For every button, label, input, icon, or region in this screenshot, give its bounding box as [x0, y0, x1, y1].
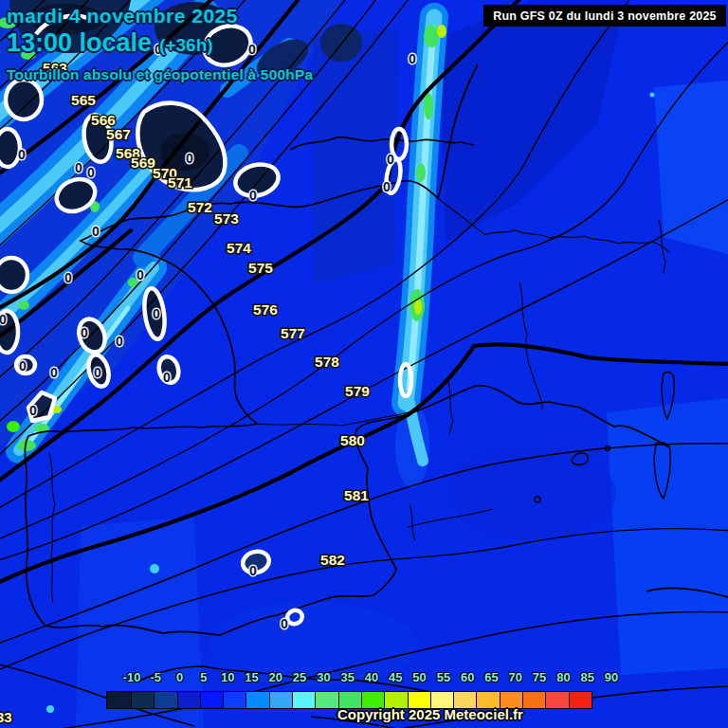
svg-text:0: 0	[383, 179, 391, 194]
scale-cell	[315, 691, 338, 709]
svg-text:0: 0	[81, 325, 88, 340]
svg-text:0: 0	[64, 270, 72, 285]
svg-text:0: 0	[18, 147, 26, 162]
scale-tick: 90	[605, 670, 618, 684]
svg-text:0: 0	[94, 365, 101, 380]
svg-text:571: 571	[168, 174, 192, 191]
scale-cell	[131, 691, 155, 709]
scale-cell	[522, 691, 546, 709]
svg-text:0: 0	[0, 312, 7, 327]
run-info-box: Run GFS 0Z du lundi 3 novembre 2025	[483, 5, 726, 27]
scale-cell	[223, 691, 246, 709]
svg-text:574: 574	[227, 240, 251, 256]
scale-cell	[200, 691, 224, 709]
scale-cell	[569, 691, 592, 709]
scale-tick: 10	[221, 670, 234, 684]
scale-tick: 65	[484, 670, 498, 684]
scale-tick: 45	[389, 670, 402, 684]
svg-text:0: 0	[387, 152, 394, 167]
scale-tick: 80	[556, 670, 570, 684]
scale-cell	[154, 691, 177, 709]
svg-text:573: 573	[214, 210, 239, 227]
scale-tick: 0	[176, 670, 183, 684]
scale-cell	[292, 691, 316, 709]
corner-contour-label: 33	[0, 709, 12, 725]
scale-tick: 75	[533, 670, 546, 684]
svg-text:0: 0	[29, 403, 37, 418]
scale-tick: 50	[412, 670, 426, 684]
svg-text:0: 0	[92, 224, 100, 239]
scale-tick: -10	[123, 670, 141, 684]
svg-text:0: 0	[249, 563, 257, 578]
svg-text:0: 0	[136, 267, 144, 282]
scale-tick: 25	[293, 670, 306, 684]
svg-text:0: 0	[87, 165, 95, 180]
copyright-label: Copyright 2025 Meteociel.fr	[337, 706, 523, 722]
svg-text:0: 0	[155, 42, 162, 57]
svg-text:0: 0	[281, 616, 288, 631]
svg-text:0: 0	[75, 160, 82, 175]
svg-text:0: 0	[163, 370, 171, 385]
svg-text:581: 581	[344, 487, 369, 503]
scale-cell	[269, 691, 293, 709]
svg-text:0: 0	[116, 334, 123, 349]
scale-tick: 35	[340, 670, 354, 684]
svg-text:576: 576	[253, 301, 278, 318]
svg-text:0: 0	[409, 51, 416, 66]
weather-map-page: 000000000000000000000000 563565566567568…	[0, 0, 728, 728]
svg-text:0: 0	[50, 365, 58, 380]
svg-text:567: 567	[106, 126, 131, 142]
svg-text:580: 580	[340, 432, 365, 448]
scale-tick: 55	[437, 670, 450, 684]
svg-text:572: 572	[188, 199, 212, 215]
scale-tick: -5	[151, 670, 162, 684]
svg-text:577: 577	[281, 325, 305, 341]
svg-text:582: 582	[320, 552, 345, 568]
svg-text:563: 563	[43, 60, 67, 76]
scale-tick: 85	[580, 670, 593, 684]
svg-text:579: 579	[345, 383, 370, 399]
scale-tick-labels: -10-505101520253035404550556065707580859…	[0, 670, 728, 685]
svg-text:0: 0	[153, 306, 160, 321]
svg-text:0: 0	[248, 42, 256, 57]
svg-text:578: 578	[315, 354, 339, 370]
map-image[interactable]: 000000000000000000000000 563565566567568…	[0, 0, 728, 728]
scale-tick: 40	[365, 670, 378, 684]
svg-text:575: 575	[248, 260, 273, 276]
svg-text:0: 0	[249, 188, 257, 203]
scale-cell	[545, 691, 569, 709]
scale-cell	[106, 691, 132, 709]
scale-tick: 15	[245, 670, 258, 684]
scale-cell	[246, 691, 269, 709]
svg-text:0: 0	[19, 358, 27, 373]
scale-tick: 5	[200, 670, 207, 684]
scale-tick: 20	[269, 670, 282, 684]
scale-cell	[177, 691, 201, 709]
svg-text:0: 0	[186, 151, 193, 166]
scale-tick: 70	[509, 670, 522, 684]
scale-tick: 60	[461, 670, 474, 684]
svg-text:565: 565	[71, 92, 96, 108]
scale-tick: 30	[317, 670, 330, 684]
